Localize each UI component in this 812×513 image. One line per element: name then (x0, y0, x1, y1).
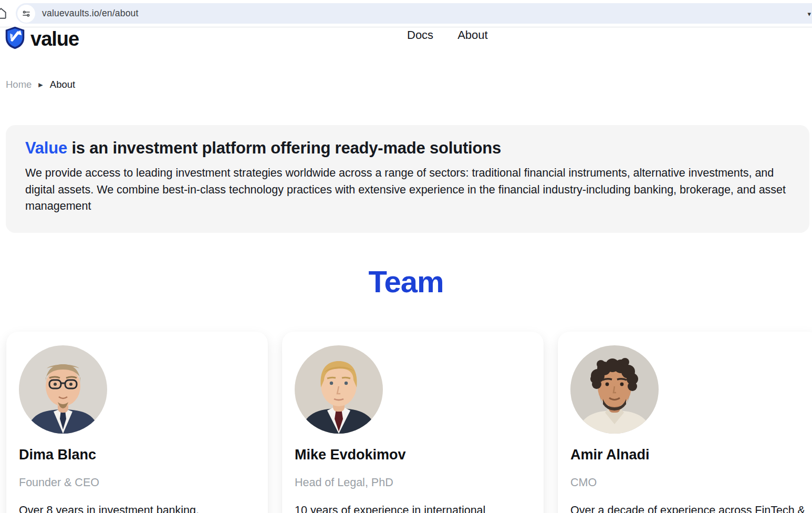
nav-about[interactable]: About (457, 28, 488, 42)
breadcrumb-home-link[interactable]: Home (6, 79, 32, 90)
breadcrumb: Home ▶ About (6, 79, 75, 90)
breadcrumb-current: About (50, 79, 75, 90)
shield-arrow-logo-icon (4, 26, 26, 52)
dropdown-caret-icon[interactable]: ▾ (807, 10, 811, 18)
logo-wordmark: value (30, 28, 79, 50)
url-text[interactable]: valuevaults.io/en/about (42, 8, 139, 19)
hero-title-rest: is an investment platform offering ready… (67, 139, 501, 157)
logo[interactable]: value (4, 26, 79, 52)
member-photo (570, 345, 659, 434)
address-bar[interactable]: valuevaults.io/en/about ▾ (16, 3, 812, 24)
member-name: Amir Alnadi (570, 447, 807, 463)
chevron-right-icon: ▶ (38, 81, 43, 88)
team-card-mike-evdokimov: Mike Evdokimov Head of Legal, PhD 10 yea… (282, 332, 544, 513)
avatar-mike-illustration (295, 345, 383, 434)
browser-chrome: valuevaults.io/en/about ▾ (0, 0, 812, 27)
hero-panel: Value is an investment platform offering… (6, 125, 809, 233)
team-heading: Team (0, 264, 812, 299)
nav-docs[interactable]: Docs (407, 28, 433, 42)
hero-body: We provide access to leading investment … (25, 165, 790, 215)
member-name: Mike Evdokimov (295, 447, 531, 463)
site-header: value Docs About (0, 27, 812, 76)
member-role: Founder & CEO (19, 476, 255, 489)
team-cards: Dima Blanc Founder & CEO Over 8 years in… (6, 332, 812, 513)
avatar-dima-illustration (19, 345, 107, 434)
team-card-dima-blanc: Dima Blanc Founder & CEO Over 8 years in… (6, 332, 268, 513)
member-bio: Over a decade of experience across FinTe… (570, 502, 807, 513)
member-role: CMO (570, 476, 807, 489)
member-role: Head of Legal, PhD (295, 476, 531, 489)
hero-title-highlight: Value (25, 139, 67, 157)
site-settings-button[interactable] (17, 5, 35, 23)
member-bio: 10 years of experience in international … (295, 502, 531, 513)
member-photo (19, 345, 107, 434)
hero-title: Value is an investment platform offering… (25, 139, 790, 158)
member-bio: Over 8 years in investment banking, over… (19, 502, 255, 513)
member-name: Dima Blanc (19, 447, 255, 463)
main-nav: Docs About (407, 28, 488, 42)
home-icon[interactable] (0, 6, 8, 22)
avatar-amir-illustration (570, 345, 659, 434)
team-card-amir-alnadi: Amir Alnadi CMO Over a decade of experie… (558, 332, 812, 513)
member-photo (295, 345, 383, 434)
